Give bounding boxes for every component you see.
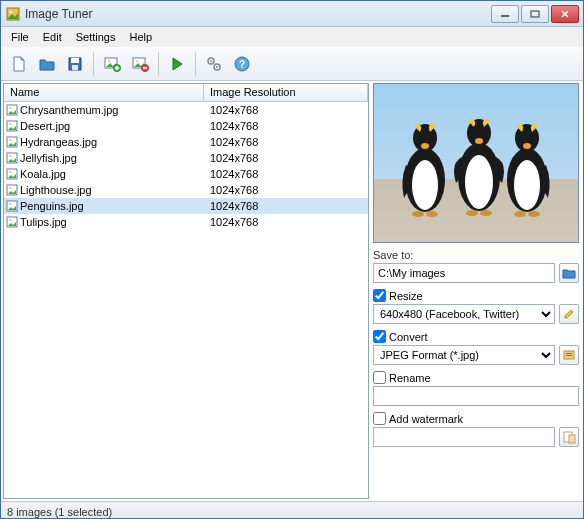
column-resolution[interactable]: Image Resolution (204, 84, 368, 101)
resize-checkbox-label[interactable]: Resize (373, 289, 579, 302)
svg-point-55 (523, 143, 531, 149)
saveto-input[interactable] (373, 263, 555, 283)
menu-edit[interactable]: Edit (37, 29, 68, 45)
image-file-icon (6, 184, 18, 196)
image-file-icon (6, 216, 18, 228)
image-file-icon (6, 168, 18, 180)
svg-point-29 (9, 139, 11, 141)
titlebar: Image Tuner (1, 1, 583, 27)
svg-point-21 (216, 66, 218, 68)
file-list-pane: Name Image Resolution Chrysanthemum.jpg1… (3, 83, 369, 499)
resize-select[interactable]: 640x480 (Facebook, Twitter) (373, 304, 555, 324)
open-folder-button[interactable] (35, 52, 59, 76)
close-button[interactable] (551, 5, 579, 23)
toolbar-divider (195, 52, 196, 76)
svg-point-35 (9, 187, 11, 189)
svg-point-33 (9, 171, 11, 173)
toolbar-divider (158, 52, 159, 76)
new-file-button[interactable] (7, 52, 31, 76)
svg-point-43 (421, 143, 429, 149)
add-image-button[interactable] (100, 52, 124, 76)
app-icon (5, 6, 21, 22)
svg-rect-59 (566, 353, 572, 354)
svg-point-25 (9, 107, 11, 109)
svg-point-39 (9, 219, 11, 221)
browse-folder-button[interactable] (559, 263, 579, 283)
svg-point-53 (514, 160, 540, 210)
watermark-input[interactable] (373, 427, 555, 447)
rename-input[interactable] (373, 386, 579, 406)
file-name: Desert.jpg (20, 120, 70, 132)
convert-checkbox[interactable] (373, 330, 386, 343)
file-resolution: 1024x768 (204, 104, 368, 116)
svg-point-1 (10, 10, 13, 13)
file-resolution: 1024x768 (204, 216, 368, 228)
menu-file[interactable]: File (5, 29, 35, 45)
svg-point-20 (210, 60, 212, 62)
convert-label: Convert (389, 331, 428, 343)
file-row[interactable]: Hydrangeas.jpg1024x768 (4, 134, 368, 150)
svg-point-49 (475, 138, 483, 144)
convert-select[interactable]: JPEG Format (*.jpg) (373, 345, 555, 365)
file-name: Hydrangeas.jpg (20, 136, 97, 148)
svg-point-41 (412, 160, 438, 210)
file-row[interactable]: Tulips.jpg1024x768 (4, 214, 368, 230)
svg-point-15 (136, 60, 138, 62)
svg-point-10 (108, 60, 110, 62)
resize-label: Resize (389, 290, 423, 302)
saveto-label: Save to: (373, 249, 579, 261)
resize-checkbox[interactable] (373, 289, 386, 302)
run-button[interactable] (165, 52, 189, 76)
convert-checkbox-label[interactable]: Convert (373, 330, 579, 343)
file-list[interactable]: Chrysanthemum.jpg1024x768Desert.jpg1024x… (4, 102, 368, 498)
window-title: Image Tuner (25, 7, 491, 21)
svg-point-27 (9, 123, 11, 125)
list-header: Name Image Resolution (4, 84, 368, 102)
svg-point-57 (528, 211, 540, 217)
svg-point-45 (426, 211, 438, 217)
statusbar: 8 images (1 selected) (1, 501, 583, 519)
file-name: Tulips.jpg (20, 216, 67, 228)
svg-point-47 (465, 155, 493, 209)
menu-help[interactable]: Help (123, 29, 158, 45)
watermark-checkbox-label[interactable]: Add watermark (373, 412, 579, 425)
settings-button[interactable] (202, 52, 226, 76)
minimize-button[interactable] (491, 5, 519, 23)
menubar: File Edit Settings Help (1, 27, 583, 47)
file-row[interactable]: Jellyfish.jpg1024x768 (4, 150, 368, 166)
watermark-settings-button[interactable] (559, 427, 579, 447)
convert-settings-button[interactable] (559, 345, 579, 365)
file-row[interactable]: Koala.jpg1024x768 (4, 166, 368, 182)
svg-rect-8 (72, 65, 78, 70)
file-row[interactable]: Penguins.jpg1024x768 (4, 198, 368, 214)
file-row[interactable]: Lighthouse.jpg1024x768 (4, 182, 368, 198)
file-row[interactable]: Chrysanthemum.jpg1024x768 (4, 102, 368, 118)
rename-checkbox[interactable] (373, 371, 386, 384)
svg-text:?: ? (239, 59, 245, 70)
file-name: Penguins.jpg (20, 200, 84, 212)
watermark-checkbox[interactable] (373, 412, 386, 425)
svg-point-31 (9, 155, 11, 157)
maximize-button[interactable] (521, 5, 549, 23)
menu-settings[interactable]: Settings (70, 29, 122, 45)
svg-point-56 (514, 211, 526, 217)
image-file-icon (6, 104, 18, 116)
help-button[interactable]: ? (230, 52, 254, 76)
toolbar: ? (1, 47, 583, 81)
image-preview (373, 83, 579, 243)
resize-edit-button[interactable] (559, 304, 579, 324)
save-button[interactable] (63, 52, 87, 76)
image-file-icon (6, 200, 18, 212)
image-file-icon (6, 120, 18, 132)
svg-rect-62 (569, 435, 575, 443)
remove-image-button[interactable] (128, 52, 152, 76)
status-text: 8 images (1 selected) (7, 506, 112, 518)
file-name: Chrysanthemum.jpg (20, 104, 118, 116)
file-row[interactable]: Desert.jpg1024x768 (4, 118, 368, 134)
rename-checkbox-label[interactable]: Rename (373, 371, 579, 384)
column-name[interactable]: Name (4, 84, 204, 101)
watermark-label: Add watermark (389, 413, 463, 425)
file-resolution: 1024x768 (204, 168, 368, 180)
image-file-icon (6, 152, 18, 164)
file-name: Jellyfish.jpg (20, 152, 77, 164)
